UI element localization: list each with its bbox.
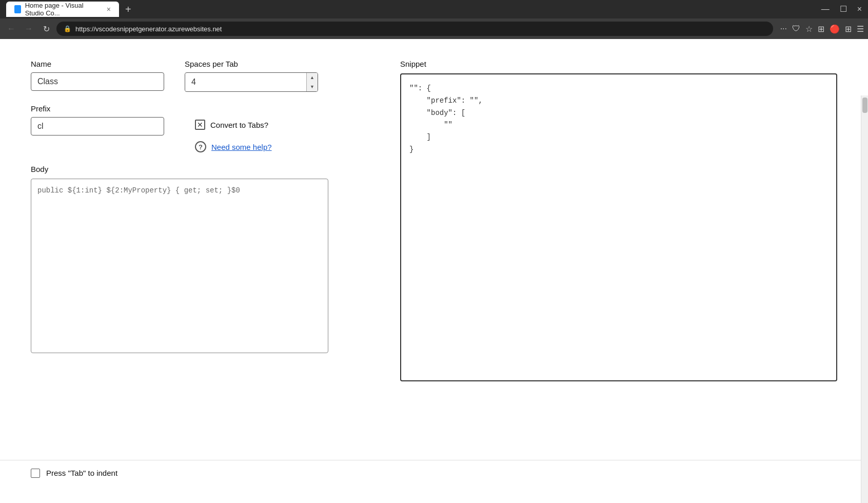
- toolbar-icons: ··· 🛡 ☆ ⊞ 🔴 ⊞ ☰: [780, 24, 864, 34]
- browser-chrome: Home page - Visual Studio Co... × + — ☐ …: [0, 0, 868, 39]
- tab-close-btn[interactable]: ×: [107, 5, 111, 13]
- snippet-box: "": { "prefix": "", "body": [ "" ] }: [400, 73, 837, 381]
- tab-favicon: [14, 5, 21, 13]
- scrollbar-thumb[interactable]: [862, 98, 867, 113]
- address-field[interactable]: 🔒 https://vscodesnippetgenerator.azurewe…: [56, 22, 773, 36]
- bottom-bar: Press "Tab" to indent: [0, 460, 861, 486]
- forward-button[interactable]: →: [22, 22, 36, 35]
- library-icon[interactable]: ⊞: [818, 24, 824, 34]
- name-input[interactable]: [31, 72, 164, 91]
- prefix-checkbox-row: Prefix ✕ Convert to Tabs? ? Need some he…: [31, 104, 380, 152]
- spaces-label: Spaces per Tab: [185, 60, 318, 68]
- spaces-input[interactable]: [185, 73, 306, 91]
- convert-tabs-row: ✕ Convert to Tabs?: [195, 120, 268, 130]
- convert-tabs-checkbox[interactable]: ✕: [195, 120, 205, 130]
- body-section: Body public ${1:int} ${2:MyProperty} { g…: [31, 165, 380, 355]
- form-area: Name Spaces per Tab ▲ ▼ Prefix: [31, 60, 380, 465]
- grid-icon[interactable]: ⊞: [845, 24, 852, 34]
- body-textarea[interactable]: public ${1:int} ${2:MyProperty} { get; s…: [31, 179, 328, 353]
- star-icon[interactable]: ☆: [805, 24, 813, 34]
- name-label: Name: [31, 60, 164, 68]
- address-bar: ← → ↻ 🔒 https://vscodesnippetgenerator.a…: [0, 18, 868, 39]
- maximize-button[interactable]: ☐: [840, 5, 847, 13]
- prefix-label: Prefix: [31, 104, 164, 113]
- main-content: Name Spaces per Tab ▲ ▼ Prefix: [0, 39, 868, 486]
- tab-indent-checkbox[interactable]: [31, 469, 40, 478]
- tab-indent-label: Press "Tab" to indent: [46, 469, 117, 477]
- checkbox-section: ✕ Convert to Tabs? ? Need some help?: [195, 120, 272, 152]
- window-controls: — ☐ ×: [821, 5, 862, 13]
- shield-icon[interactable]: 🛡: [792, 24, 800, 33]
- snippet-label: Snippet: [400, 60, 837, 68]
- refresh-button[interactable]: ↻: [39, 22, 53, 36]
- spaces-field-group: Spaces per Tab ▲ ▼: [185, 60, 318, 92]
- snippet-area: Snippet "": { "prefix": "", "body": [ ""…: [400, 60, 837, 465]
- help-row: ? Need some help?: [195, 141, 272, 152]
- spaces-input-wrapper: ▲ ▼: [185, 72, 318, 92]
- back-button[interactable]: ←: [4, 22, 18, 35]
- tab-bar: Home page - Visual Studio Co... × +: [6, 2, 137, 17]
- name-field-group: Name: [31, 60, 164, 91]
- active-tab[interactable]: Home page - Visual Studio Co... ×: [6, 2, 119, 17]
- new-tab-button[interactable]: +: [119, 2, 137, 17]
- scrollbar[interactable]: [861, 95, 868, 503]
- tab-title: Home page - Visual Studio Co...: [25, 2, 101, 17]
- body-label: Body: [31, 165, 380, 173]
- extensions-icon[interactable]: ···: [780, 24, 787, 33]
- minimize-button[interactable]: —: [821, 5, 830, 13]
- title-bar: Home page - Visual Studio Co... × + — ☐ …: [0, 0, 868, 18]
- spinner-up[interactable]: ▲: [307, 73, 318, 82]
- spinner-buttons: ▲ ▼: [306, 73, 318, 91]
- spinner-down[interactable]: ▼: [307, 82, 318, 91]
- lock-icon: 🔒: [64, 25, 71, 32]
- prefix-field-group: Prefix: [31, 104, 164, 136]
- prefix-input[interactable]: [31, 117, 164, 136]
- url-display: https://vscodesnippetgenerator.azurewebs…: [75, 25, 766, 33]
- name-spaces-row: Name Spaces per Tab ▲ ▼: [31, 60, 380, 92]
- close-button[interactable]: ×: [857, 5, 862, 13]
- help-icon[interactable]: ?: [195, 141, 206, 152]
- convert-tabs-label: Convert to Tabs?: [210, 121, 268, 129]
- menu-icon[interactable]: ☰: [857, 24, 864, 34]
- addon-icon[interactable]: 🔴: [830, 24, 840, 34]
- help-link[interactable]: Need some help?: [211, 143, 272, 151]
